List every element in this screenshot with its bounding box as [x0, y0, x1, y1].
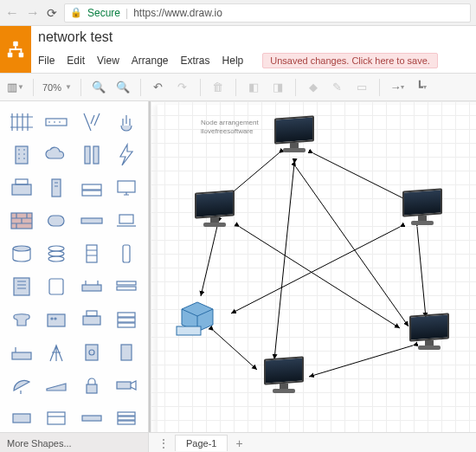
- shape-rack-server[interactable]: [110, 304, 143, 335]
- shape-laptop[interactable]: [110, 205, 143, 236]
- node-monitor-top[interactable]: [270, 117, 318, 157]
- shape-tower[interactable]: [75, 139, 108, 171]
- shape-device[interactable]: [5, 403, 38, 432]
- fill-color-icon[interactable]: ◆: [303, 77, 324, 98]
- shape-nas[interactable]: [75, 337, 108, 368]
- svg-rect-26: [117, 287, 136, 290]
- more-shapes-button[interactable]: More Shapes...: [0, 433, 149, 452]
- svg-rect-23: [49, 279, 63, 294]
- svg-rect-9: [52, 179, 61, 197]
- zoom-in-icon[interactable]: 🔍: [88, 77, 109, 98]
- shape-rack[interactable]: [75, 172, 108, 203]
- shape-switch[interactable]: [75, 205, 108, 236]
- shape-stack2[interactable]: [110, 403, 143, 432]
- zoom-out-icon[interactable]: 🔍: [113, 77, 133, 98]
- shape-copier[interactable]: [5, 172, 38, 203]
- undo-icon[interactable]: ↶: [148, 77, 169, 98]
- svg-rect-4: [16, 146, 28, 164]
- delete-icon[interactable]: 🗑: [208, 77, 228, 98]
- shape-scanner[interactable]: [40, 370, 73, 401]
- shape-ups[interactable]: [110, 337, 143, 368]
- app-logo[interactable]: [0, 26, 31, 73]
- waypoint-style-icon[interactable]: ┗▾: [411, 77, 432, 98]
- svg-rect-35: [12, 352, 31, 359]
- shape-hub[interactable]: [40, 107, 73, 138]
- shape-wireless[interactable]: [75, 107, 108, 138]
- svg-rect-22: [14, 278, 29, 295]
- zoom-level[interactable]: 70%▼: [41, 82, 74, 93]
- svg-rect-45: [118, 416, 135, 420]
- shape-router[interactable]: [75, 271, 108, 302]
- canvas[interactable]: Node arrangement ilovefreesoftware: [149, 101, 476, 432]
- shape-mainframe[interactable]: [5, 271, 38, 302]
- shape-mobile[interactable]: [110, 238, 143, 269]
- shape-antenna[interactable]: [40, 337, 73, 368]
- page-menu-icon[interactable]: ⋮: [154, 436, 173, 450]
- shape-firewall[interactable]: [5, 205, 38, 236]
- unsaved-warning[interactable]: Unsaved changes. Click here to save.: [262, 53, 438, 68]
- menu-edit[interactable]: Edit: [67, 55, 85, 67]
- redo-icon[interactable]: ↷: [172, 77, 193, 98]
- page-tab-1[interactable]: Page-1: [175, 435, 228, 451]
- menu-file[interactable]: File: [38, 55, 55, 67]
- toolbar: ▥▼ 70%▼ 🔍 🔍 ↶ ↷ 🗑 ◧ ◨ ◆ ✎ ▭ →▾ ┗▾: [0, 74, 476, 101]
- shape-storage[interactable]: [40, 403, 73, 432]
- to-back-icon[interactable]: ◨: [267, 77, 288, 98]
- add-page-icon[interactable]: +: [229, 436, 248, 450]
- shape-blade[interactable]: [110, 271, 143, 302]
- svg-rect-11: [82, 190, 101, 196]
- shape-monitor[interactable]: [110, 172, 143, 203]
- shape-building[interactable]: [5, 139, 38, 171]
- svg-rect-21: [123, 245, 130, 262]
- shape-camera[interactable]: [110, 370, 143, 401]
- shadow-icon[interactable]: ▭: [351, 77, 372, 98]
- svg-rect-24: [82, 285, 101, 291]
- node-monitor-left[interactable]: [190, 191, 239, 231]
- svg-rect-6: [93, 146, 99, 164]
- shape-satellite-dish[interactable]: [5, 370, 38, 401]
- shape-pc-tower[interactable]: [40, 172, 73, 203]
- shape-touch[interactable]: [110, 107, 143, 138]
- shape-stack[interactable]: [40, 238, 73, 269]
- shape-server-rack[interactable]: [75, 238, 108, 269]
- address-bar[interactable]: 🔒 Secure | https://www.draw.io: [64, 3, 471, 23]
- shape-modem[interactable]: [5, 337, 38, 368]
- shapes-sidebar[interactable]: [0, 101, 149, 432]
- back-icon[interactable]: ←: [5, 5, 19, 21]
- svg-rect-20: [87, 245, 97, 262]
- shape-lock[interactable]: [75, 370, 108, 401]
- shape-phone[interactable]: [5, 304, 38, 335]
- shape-tablet[interactable]: [40, 271, 73, 302]
- shape-gamepad[interactable]: [40, 205, 73, 236]
- svg-rect-25: [117, 281, 136, 285]
- to-front-icon[interactable]: ◧: [243, 77, 264, 98]
- node-server[interactable]: [175, 300, 220, 339]
- shape-printer[interactable]: [75, 304, 108, 335]
- shape-proxy[interactable]: [75, 403, 108, 432]
- connection-style-icon[interactable]: →▾: [387, 77, 408, 98]
- shape-disks[interactable]: [5, 238, 38, 269]
- line-color-icon[interactable]: ✎: [327, 77, 348, 98]
- document-title[interactable]: network test: [38, 29, 113, 45]
- shape-cloud[interactable]: [40, 139, 73, 171]
- node-monitor-right[interactable]: [398, 190, 447, 229]
- reload-icon[interactable]: ⟳: [47, 6, 57, 20]
- svg-rect-32: [118, 313, 135, 317]
- node-monitor-bottom[interactable]: [260, 358, 308, 397]
- menu-arrange[interactable]: Arrange: [132, 55, 169, 67]
- svg-rect-27: [48, 314, 65, 326]
- shape-patch-panel[interactable]: [5, 107, 38, 138]
- svg-rect-1: [8, 53, 13, 57]
- node-monitor-bottom-right[interactable]: [405, 314, 453, 354]
- menu-view[interactable]: View: [97, 55, 119, 67]
- shape-fax[interactable]: [40, 304, 73, 335]
- menu-extras[interactable]: Extras: [181, 55, 210, 67]
- menu-help[interactable]: Help: [222, 55, 244, 67]
- layout-toggle-button[interactable]: ▥▼: [5, 77, 26, 98]
- shape-lightning[interactable]: [110, 139, 143, 171]
- svg-rect-38: [121, 345, 132, 360]
- canvas-note[interactable]: Node arrangement ilovefreesoftware: [201, 119, 259, 135]
- svg-rect-46: [118, 421, 135, 424]
- svg-rect-40: [117, 382, 131, 389]
- forward-icon[interactable]: →: [26, 5, 40, 21]
